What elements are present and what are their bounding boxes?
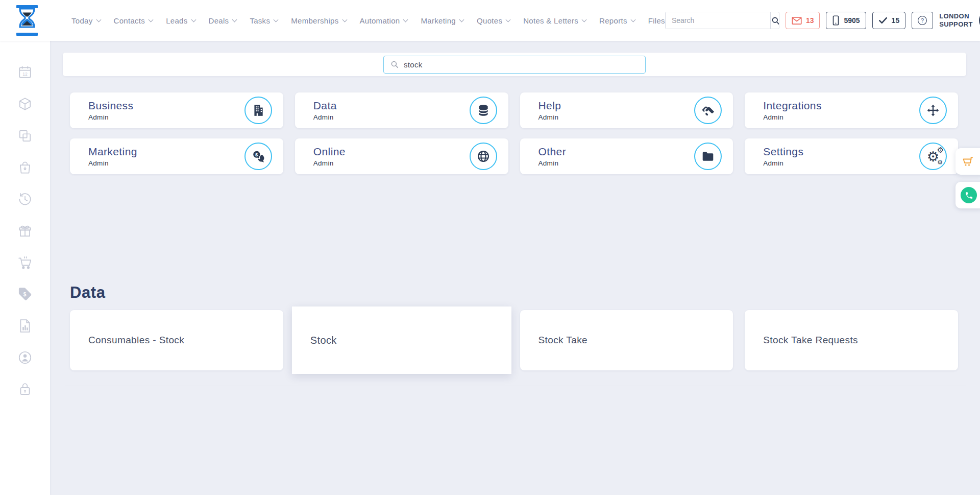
tile-stock-take[interactable]: Stock Take [520,310,733,370]
sidebar-item-reports[interactable] [14,315,36,337]
card-subtitle: Admin [88,113,244,121]
card-title: Settings [763,146,919,158]
svg-text:$: $ [23,292,27,297]
sidebar-item-calendar[interactable]: 12 [14,61,36,84]
database-icon [470,97,497,124]
module-search-container [63,53,966,76]
sidebar-item-cart[interactable] [14,251,36,274]
module-search-input[interactable] [404,60,639,69]
calendar-12-icon: 12 [17,65,33,80]
nav-contacts[interactable]: Contacts [114,16,153,25]
card-online-admin[interactable]: Online Admin [295,138,508,174]
nav-memberships-label: Memberships [291,16,338,25]
topbar-right-cluster: 13 5905 15 ? LONDON SUPPORT [665,10,980,31]
nav-deals[interactable]: Deals [209,16,237,25]
nav-tasks[interactable]: Tasks [250,16,278,25]
sidebar-item-account[interactable] [14,346,36,369]
tile-consumables-stock[interactable]: Consumables - Stock [70,310,283,370]
nav-marketing-label: Marketing [421,16,456,25]
section-divider [65,386,966,386]
nav-memberships[interactable]: Memberships [291,16,346,25]
admin-cards-grid: Business Admin Data Admin [70,92,958,174]
nav-contacts-label: Contacts [114,16,145,25]
chevron-down-icon [274,17,279,22]
tile-label: Consumables - Stock [88,335,184,346]
mail-notifications-badge[interactable]: 13 [786,12,820,29]
app-logo-hourglass-icon[interactable] [14,5,40,36]
card-subtitle: Admin [88,159,244,167]
nav-files[interactable]: Files [648,16,665,25]
tile-stock-take-requests[interactable]: Stock Take Requests [745,310,958,370]
card-settings-admin[interactable]: Settings Admin ⚙⚙⚙ [745,138,958,174]
floating-phone-widget[interactable] [955,182,980,208]
sidebar-item-pricing[interactable]: $ [14,283,36,305]
section-heading: Data [70,284,958,302]
global-search-button[interactable] [770,12,779,29]
card-subtitle: Admin [313,113,470,121]
search-icon [771,16,779,26]
tile-label: Stock Take [538,335,588,346]
help-button[interactable]: ? [912,12,933,29]
building-icon [244,97,272,124]
shopping-cart-icon [961,154,975,169]
svg-text:$: $ [255,152,258,157]
report-document-icon [17,318,33,334]
card-help-admin[interactable]: Help Admin [520,92,733,128]
chevron-down-icon [342,17,347,22]
user-circle-icon [17,350,33,365]
nav-reports[interactable]: Reports [599,16,635,25]
sidebar-item-history[interactable] [14,188,36,210]
card-title: Data [313,100,470,112]
card-integrations-admin[interactable]: Integrations Admin [745,92,958,128]
card-subtitle: Admin [313,159,470,167]
handshake-icon [694,97,722,124]
sidebar-item-products[interactable] [14,93,36,115]
card-data-admin[interactable]: Data Admin [295,92,508,128]
nav-automation[interactable]: Automation [360,16,408,25]
card-business-admin[interactable]: Business Admin [70,92,283,128]
sidebar-item-gifts[interactable] [14,220,36,242]
nav-deals-label: Deals [209,16,229,25]
gift-icon [17,223,33,239]
lock-icon [17,382,33,397]
chevron-down-icon [96,17,101,22]
card-subtitle: Admin [538,113,695,121]
card-title: Marketing [88,146,244,158]
sidebar-item-orders[interactable] [14,156,36,179]
phone-extension-badge[interactable]: 5905 [826,12,866,29]
user-name-line2: SUPPORT [939,20,973,29]
tasks-badge[interactable]: 15 [872,12,906,29]
move-arrows-icon [919,97,947,124]
cart-icon [17,255,33,270]
data-tiles-grid: Consumables - Stock Stock Stock Take Sto… [70,310,958,370]
floating-cart-widget[interactable] [955,148,980,175]
cube-icon [17,97,33,112]
card-marketing-admin[interactable]: Marketing Admin $ [70,138,283,174]
nav-today[interactable]: Today [71,16,101,25]
tile-label: Stock [310,335,337,346]
chevron-down-icon [149,17,154,22]
folder-icon [694,143,722,170]
phone-extension: 5905 [844,16,860,25]
card-subtitle: Admin [763,159,919,167]
nav-marketing[interactable]: Marketing [421,16,463,25]
main-nav: Today Contacts Leads Deals Tasks Members… [71,16,665,25]
left-sidebar: 12 [0,41,50,495]
nav-today-label: Today [71,16,93,25]
global-search-input[interactable] [666,12,770,29]
card-other-admin[interactable]: Other Admin [520,138,733,174]
tile-stock[interactable]: Stock [292,307,511,374]
sidebar-item-duplicate[interactable] [14,125,36,147]
copy-icon [17,128,33,144]
user-name: LONDON SUPPORT [939,12,973,29]
nav-leads[interactable]: Leads [166,16,195,25]
nav-tasks-label: Tasks [250,16,270,25]
card-subtitle: Admin [763,113,919,121]
nav-automation-label: Automation [360,16,400,25]
phone-call-icon [961,187,977,203]
nav-quotes[interactable]: Quotes [477,16,510,25]
sidebar-item-security[interactable] [14,378,36,400]
main-content: Business Admin Data Admin [50,41,980,495]
nav-notes-letters[interactable]: Notes & Letters [523,16,586,25]
tile-label: Stock Take Requests [763,335,858,346]
